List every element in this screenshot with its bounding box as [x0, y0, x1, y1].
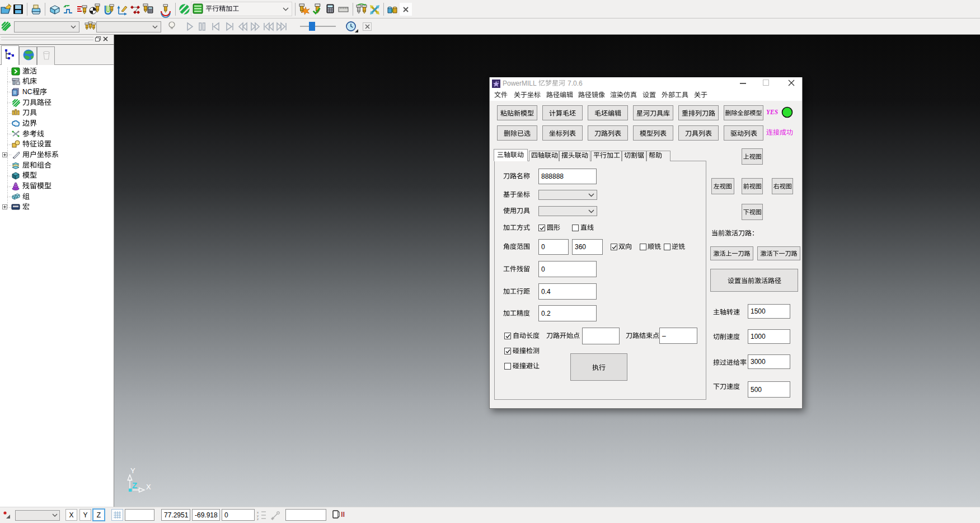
svg-text:z: z	[257, 517, 259, 521]
